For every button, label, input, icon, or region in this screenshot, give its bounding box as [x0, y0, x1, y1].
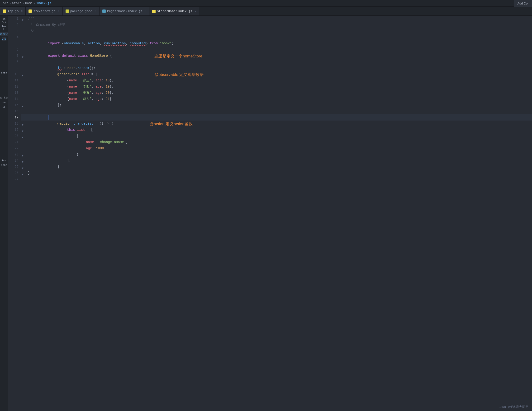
line-num-20: 20: [8, 133, 21, 139]
line-num-6: 6: [8, 46, 21, 53]
tab-pages-home-index-js[interactable]: Pages/Home/index.js ×: [100, 7, 149, 15]
tab-label-package-json: package.json: [70, 9, 93, 13]
line-num-17: 17: [8, 114, 21, 120]
watermark: CSDN @断水流大掘兄: [499, 405, 528, 409]
line3-content: */: [24, 28, 34, 34]
annotation-observable: @observable 定义观察数据: [154, 72, 204, 78]
line-num-23: 23: [8, 151, 21, 158]
bc-sep2: ›: [22, 1, 24, 5]
tab-close-store-home[interactable]: ×: [195, 10, 196, 13]
sidebar-files-label: les li: [0, 25, 8, 31]
line-num-27: 27: [8, 176, 21, 182]
tab-package-json[interactable]: package.json ×: [63, 7, 100, 15]
code-line-18: ▼ @action changeList = () => { @action 定…: [21, 120, 532, 127]
line-num-14: 14: [8, 96, 21, 102]
bc-file: index.js: [36, 1, 51, 5]
line-num-21: 21: [8, 139, 21, 145]
tab-label-pages-home: Pages/Home/index.js: [107, 9, 142, 13]
breadcrumb-bar: src › Store › Home › index.js Add Cor: [0, 0, 532, 7]
bc-sep3: ›: [33, 1, 35, 5]
line-num-8: 8: [8, 59, 21, 65]
line-num-22: 22: [8, 145, 21, 151]
line-num-7: 7: [8, 53, 21, 59]
line2-content: * Created By 憧憬: [24, 22, 65, 28]
tab-label-app-js: App.js: [8, 9, 19, 13]
sidebar-js-label: .js: [2, 37, 6, 41]
code-line-23: ▼ }: [21, 151, 532, 158]
line-num-3: 3: [8, 28, 21, 34]
tab-close-package-json[interactable]: ×: [95, 10, 96, 13]
bc-home: Home: [25, 1, 33, 5]
code-line-5: import {observable, action, runInAction,…: [21, 40, 532, 46]
sidebar-worker-label: Worker: [0, 96, 9, 100]
code-line-15: ▼ ];: [21, 102, 532, 108]
bc-src: src: [3, 1, 8, 5]
code-line-9: id = Math.random();: [21, 65, 532, 71]
code-editor[interactable]: ▼ /** * Created By 憧憬 */ import {observa…: [21, 16, 532, 411]
line-num-5: 5: [8, 40, 21, 46]
code-line-7: ▼ export default class HomeStore { 这里是定义…: [21, 53, 532, 59]
tab-close-app-js[interactable]: ×: [21, 10, 23, 13]
js-icon: [3, 9, 6, 13]
code-line-8: [21, 59, 532, 65]
line-num-26: 26: [8, 170, 21, 176]
tab-label-src-index-js: src/index.js: [33, 9, 56, 13]
code-line-26: ▼ }: [21, 170, 532, 176]
code-line-27: [21, 176, 532, 182]
sidebar-on-label: on: [2, 100, 5, 104]
line-num-9: 9: [8, 65, 21, 71]
line-num-25: 25: [8, 164, 21, 170]
tabs-bar: App.js × src/index.js × package.json × P…: [0, 7, 532, 16]
line-num-12: 12: [8, 83, 21, 90]
sidebar-ct-label: ct ~/c: [0, 17, 8, 24]
annotation-action: @action 定义action函数: [150, 121, 193, 127]
bc-store: Store: [12, 1, 21, 5]
code-line-1: ▼ /**: [21, 16, 532, 22]
line1-content: /**: [24, 16, 34, 22]
code-line-25: ▼ }: [21, 164, 532, 170]
line-num-1: 1: [8, 16, 21, 22]
annotation-homestore: 这里是定义一个homeStore: [154, 53, 202, 59]
sidebar-ents-label: ents: [1, 71, 7, 75]
line-num-15: 15: [8, 102, 21, 108]
sidebar: ct ~/c les li index.js .js ents Worker o…: [0, 16, 8, 411]
tab-label-store-home: Store/Home/index.js: [157, 9, 192, 13]
tab-close-src-index-js[interactable]: ×: [58, 10, 60, 13]
js-icon2: [28, 9, 32, 13]
code-line-16: [21, 108, 532, 114]
line-num-4: 4: [8, 34, 21, 40]
add-cor-button[interactable]: Add Cor: [514, 0, 532, 7]
code-line-3: */: [21, 28, 532, 34]
code-line-24: ▼ ];: [21, 158, 532, 164]
js-icon3: [152, 10, 156, 13]
code-line-14: {name: '赵六', age: 21}: [21, 96, 532, 102]
code-line-19: ▼ this.list = [: [21, 127, 532, 133]
tab-close-pages-home[interactable]: ×: [145, 10, 146, 13]
line-num-18: 18: [8, 120, 21, 127]
line-numbers: 1 2 3 4 5 6 7 8 9 10 11 12 13 14 15 16 1…: [8, 16, 21, 411]
bc-sep1: ›: [9, 1, 11, 5]
line-num-19: 19: [8, 127, 21, 133]
jsx-icon: [102, 9, 106, 13]
line-num-2: 2: [8, 22, 21, 28]
editor-layout: ct ~/c les li index.js .js ents Worker o…: [0, 16, 532, 411]
code-line-2: * Created By 憧憬: [21, 22, 532, 28]
line-num-24: 24: [8, 158, 21, 164]
line-num-16: 16: [8, 108, 21, 114]
tab-src-index-js[interactable]: src/index.js ×: [26, 7, 62, 15]
json-icon: [66, 9, 69, 13]
sidebar-cons-label: Cons: [1, 163, 7, 167]
line-num-11: 11: [8, 77, 21, 83]
line26-content: }: [24, 170, 30, 176]
code-line-22: age: 1000: [21, 145, 532, 151]
sidebar-d-label: d: [3, 105, 5, 109]
tab-store-home-index-js[interactable]: Store/Home/index.js ×: [149, 7, 199, 15]
line-num-13: 13: [8, 90, 21, 96]
tab-app-js[interactable]: App.js ×: [0, 7, 26, 15]
sidebar-ies-label: ies: [2, 158, 6, 162]
line-num-10: 10: [8, 71, 21, 77]
